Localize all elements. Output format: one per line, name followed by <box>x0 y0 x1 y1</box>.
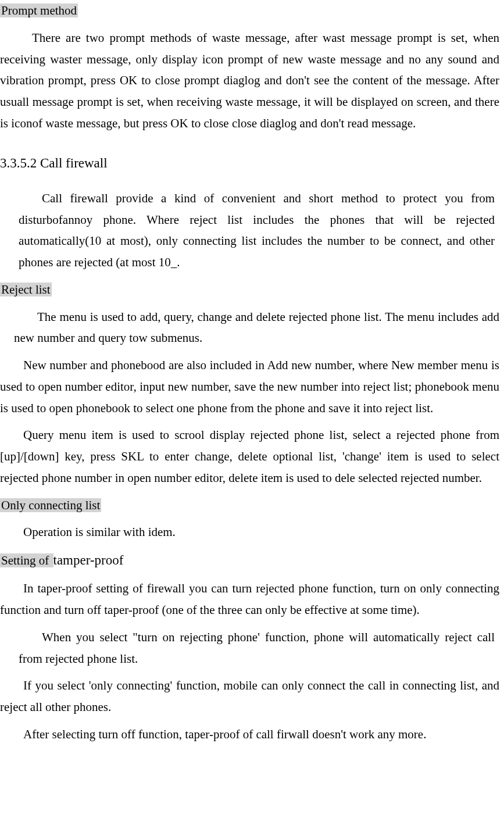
paragraph-tamper-4: After selecting turn off function, taper… <box>0 724 499 745</box>
paragraph-reject-list-1: The menu is used to add, query, change a… <box>0 306 499 349</box>
paragraph-reject-list-3: Query menu item is used to scrool displa… <box>0 424 499 488</box>
heading-prompt-method: Prompt method <box>0 0 499 22</box>
heading-only-connecting-list: Only connecting list <box>0 495 499 516</box>
heading-reject-list: Reject list <box>0 279 499 301</box>
heading-tamper-proof-text: tamper-proof <box>53 553 124 567</box>
paragraph-reject-list-2: New number and phonebood are also includ… <box>0 355 499 419</box>
heading-setting-of-text: Setting of <box>0 553 53 567</box>
heading-only-connecting-list-text: Only connecting list <box>0 498 101 512</box>
paragraph-tamper-3: If you select 'only connecting' function… <box>0 675 499 718</box>
paragraph-prompt-method: There are two prompt methods of waste me… <box>0 27 499 134</box>
document-page: Prompt method There are two prompt metho… <box>0 0 504 769</box>
heading-call-firewall: 3.3.5.2 Call firewall <box>0 152 499 175</box>
paragraph-tamper-1: In taper-proof setting of firewall you c… <box>0 578 499 621</box>
paragraph-only-connecting: Operation is similar with idem. <box>0 521 499 543</box>
paragraph-tamper-2: When you select "turn on rejecting phone… <box>0 627 499 670</box>
heading-reject-list-text: Reject list <box>0 283 52 296</box>
paragraph-call-firewall-intro: Call firewall provide a kind of convenie… <box>0 188 499 273</box>
heading-prompt-method-text: Prompt method <box>0 3 78 17</box>
heading-setting-tamper-proof: Setting of tamper-proof <box>0 549 499 572</box>
